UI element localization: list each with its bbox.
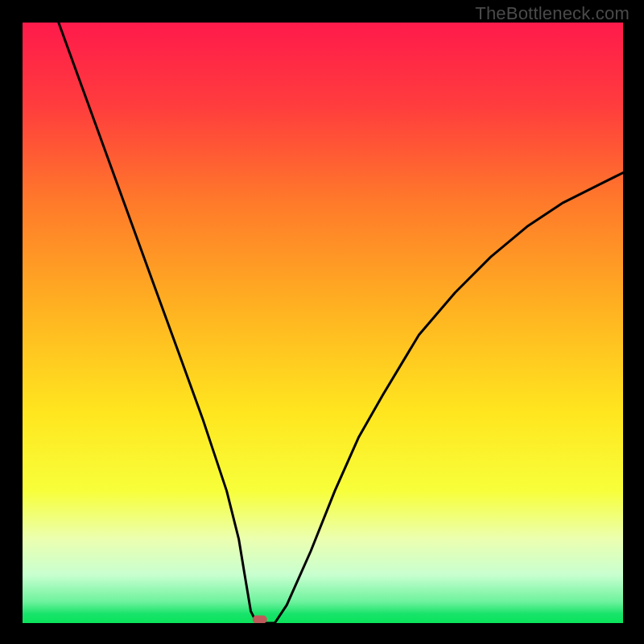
watermark-text: TheBottleneck.com <box>475 3 630 24</box>
chart-frame: TheBottleneck.com <box>0 0 644 644</box>
gradient-background <box>23 23 623 623</box>
optimum-marker <box>253 616 267 624</box>
bottleneck-chart <box>23 23 623 623</box>
